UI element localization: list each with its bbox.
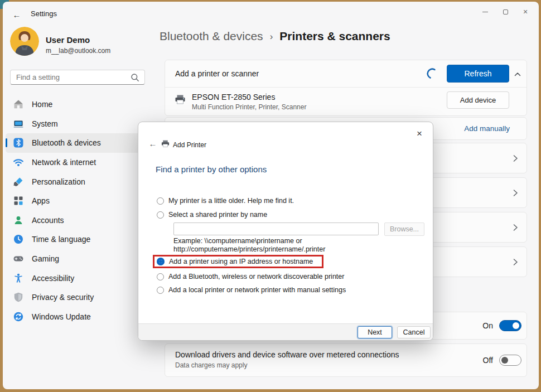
gaming-icon: [13, 253, 24, 264]
sidebar-item-accessibility[interactable]: Accessibility: [6, 268, 151, 288]
dialog-title: Add Printer: [173, 141, 206, 149]
personalization-icon: [13, 176, 24, 187]
bluetooth-icon: [13, 137, 24, 148]
close-icon: ×: [523, 8, 528, 16]
sidebar-item-network-internet[interactable]: Network & internet: [6, 153, 151, 172]
sidebar-item-system[interactable]: System: [6, 114, 151, 134]
printer-icon: [174, 93, 186, 105]
radio-option-bluetooth-wireless[interactable]: Add a Bluetooth, wireless or network dis…: [157, 271, 344, 282]
example-line-1: Example: \\computername\printername or: [173, 237, 325, 245]
chevron-right-icon: [511, 188, 520, 197]
close-icon: ×: [417, 128, 422, 139]
sidebar-item-label: Accessibility: [32, 274, 74, 283]
next-button[interactable]: Next: [358, 326, 392, 338]
home-icon: [13, 99, 24, 110]
system-icon: [13, 118, 24, 129]
sidebar-item-gaming[interactable]: Gaming: [6, 249, 151, 269]
user-name: User Demo: [46, 35, 90, 45]
radio-option-older-printer[interactable]: My printer is a little older. Help me fi…: [157, 195, 294, 206]
toggle-state-label: Off: [483, 356, 493, 365]
add-device-button[interactable]: Add device: [447, 91, 509, 109]
radio-icon[interactable]: [157, 197, 164, 205]
window-controls: ×: [475, 4, 535, 20]
sidebar-item-label: Apps: [32, 196, 50, 205]
sidebar-item-home[interactable]: Home: [6, 95, 151, 114]
device-name: EPSON ET-2850 Series: [192, 93, 275, 101]
minimize-icon: [482, 12, 488, 12]
sidebar-item-label: Home: [32, 100, 52, 109]
radio-option-ip-hostname[interactable]: Add a printer using an IP address or hos…: [169, 258, 313, 265]
device-description: Multi Function Printer, Printer, Scanner: [192, 103, 306, 111]
chevron-right-icon: [511, 258, 520, 267]
sidebar-item-time-language[interactable]: Time & language: [6, 230, 151, 249]
dialog-footer: Next Cancel: [138, 323, 433, 340]
sidebar-item-label: Accounts: [32, 216, 64, 225]
breadcrumb-parent[interactable]: Bluetooth & devices: [160, 30, 263, 43]
metered-title: Download drivers and device software ove…: [175, 350, 399, 359]
window-title: Settings: [31, 9, 57, 18]
annotation-highlight-box: Add a printer using an IP address or hos…: [153, 255, 323, 268]
avatar[interactable]: [10, 27, 39, 56]
dialog-back-button[interactable]: ←: [146, 137, 160, 150]
chevron-right-icon: [511, 154, 520, 163]
accessibility-icon: [13, 273, 24, 284]
search-icon[interactable]: [130, 72, 140, 83]
dialog-heading: Find a printer by other options: [156, 164, 267, 174]
add-printer-card: Add a printer or scanner Refresh EPSON E…: [165, 60, 527, 116]
add-manually-link[interactable]: Add manually: [464, 124, 510, 133]
network-icon: [13, 157, 24, 168]
metered-connections-row: Download drivers and device software ove…: [165, 343, 527, 377]
add-printer-label: Add a printer or scanner: [175, 69, 259, 78]
maximize-button[interactable]: [495, 4, 515, 20]
minimize-button[interactable]: [475, 4, 495, 20]
example-line-2: http://computername/printers/printername…: [173, 245, 325, 254]
breadcrumb-separator-icon: ›: [270, 30, 273, 42]
radio-icon[interactable]: [157, 287, 164, 294]
search-box: [10, 70, 145, 85]
toggle-knob: [501, 357, 508, 364]
sidebar-item-label: Time & language: [32, 235, 90, 244]
browse-button[interactable]: Browse...: [384, 222, 424, 236]
sidebar-nav: Home System Bluetooth & devices Network …: [6, 95, 151, 326]
page-title: Printers & scanners: [279, 30, 390, 43]
chevron-up-icon[interactable]: [513, 70, 522, 79]
close-button[interactable]: ×: [515, 4, 535, 20]
radio-option-shared-printer[interactable]: Select a shared printer by name: [157, 209, 267, 220]
example-text: Example: \\computername\printername or h…: [173, 237, 325, 253]
refresh-button[interactable]: Refresh: [447, 65, 509, 83]
sidebar-item-privacy-security[interactable]: Privacy & security: [6, 288, 151, 307]
sidebar-item-bluetooth-devices[interactable]: Bluetooth & devices: [6, 133, 151, 153]
sidebar-item-label: Gaming: [32, 254, 59, 263]
radio-icon-selected[interactable]: [157, 258, 165, 265]
user-email: m__lab@outlook.com: [46, 47, 110, 55]
sidebar-item-apps[interactable]: Apps: [6, 191, 151, 211]
sidebar-item-label: System: [32, 119, 58, 128]
metered-subtitle: Data charges may apply: [175, 361, 247, 369]
dialog-close-button[interactable]: ×: [412, 127, 427, 141]
shared-printer-name-input[interactable]: [173, 222, 379, 235]
radio-option-local-manual[interactable]: Add a local printer or network printer w…: [157, 284, 346, 296]
back-arrow-button[interactable]: ←: [9, 7, 24, 22]
search-input[interactable]: [11, 73, 130, 81]
toggle-switch-on[interactable]: [499, 320, 521, 331]
divider: [165, 87, 526, 88]
chevron-right-icon: [511, 223, 520, 232]
radio-icon[interactable]: [157, 273, 164, 280]
windows-update-icon: [13, 311, 24, 322]
sidebar-item-label: Windows Update: [32, 312, 91, 321]
toggle-knob: [513, 322, 519, 329]
sidebar-item-accounts[interactable]: Accounts: [6, 211, 151, 230]
sidebar-item-personalization[interactable]: Personalization: [6, 172, 151, 191]
breadcrumb: Bluetooth & devices › Printers & scanner…: [160, 30, 390, 43]
cancel-button[interactable]: Cancel: [397, 326, 431, 338]
sidebar-item-label: Personalization: [32, 177, 85, 186]
radio-icon[interactable]: [157, 211, 164, 219]
time-language-icon: [13, 234, 24, 245]
toggle-switch-off[interactable]: [499, 355, 521, 366]
settings-window: ← Settings × User Demo m__lab@outlook.co…: [3, 2, 539, 389]
sidebar-item-windows-update[interactable]: Windows Update: [6, 307, 151, 327]
accounts-icon: [13, 215, 24, 226]
printer-icon: [161, 139, 170, 148]
loading-spinner-icon: [426, 67, 438, 80]
avatar-image: [10, 27, 39, 56]
